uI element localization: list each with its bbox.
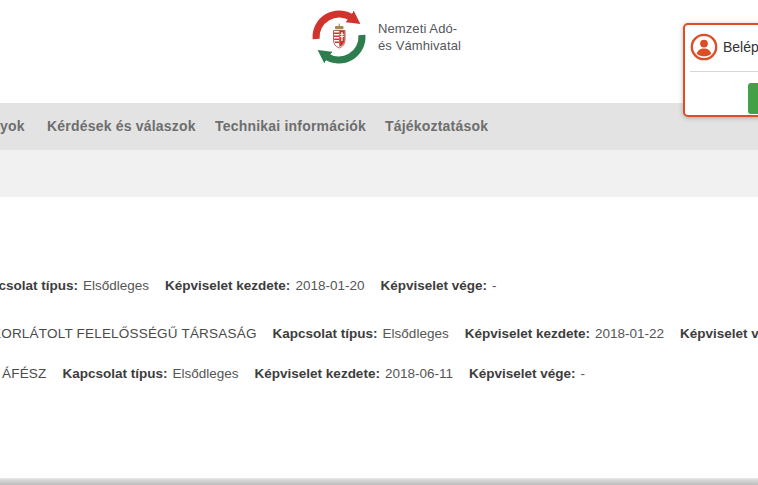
record-field-label: Kapcsolat típus: <box>0 278 78 293</box>
brand-name: Nemzeti Adó- és Vámhivatal <box>378 20 461 54</box>
record-field-label: Képviselet vége: <box>469 366 576 381</box>
record-field-value: 2018-06-11 <box>385 366 453 381</box>
brand-name-line1: Nemzeti Adó- <box>378 20 461 37</box>
content-header-band <box>0 150 758 197</box>
nav-item-kerdesek-es-valaszok[interactable]: Kérdések és válaszok <box>47 103 196 150</box>
login-button[interactable] <box>748 83 758 114</box>
user-icon <box>690 33 718 61</box>
record-field-value: - <box>581 366 586 381</box>
record-field-label: Kapcsolat típus: <box>273 326 378 341</box>
record-field-value: 2018-01-22 <box>595 326 664 341</box>
record-field-label: Képviselet kezdete: <box>255 366 380 381</box>
record-field-label: Kapcsolat típus: <box>63 366 168 381</box>
record-field-value: Elsődleges <box>173 366 239 381</box>
record-field-label: Képviselet kezdete: <box>165 278 290 293</box>
record-row: KORLÁTOLT FELELŐSSÉGŰ TÁRSASÁGKapcsolat … <box>0 326 758 341</box>
login-panel: Belépve <box>683 23 758 117</box>
login-divider <box>690 71 758 72</box>
record-field-label: Képviselet vége: <box>680 326 758 341</box>
record-field-value: - <box>492 278 497 293</box>
main-nav: yokKérdések és válaszokTechnikai informá… <box>0 103 758 150</box>
nav-item-tajekoztatasok[interactable]: Tájékoztatások <box>385 103 488 150</box>
record-company-name: KORLÁTOLT FELELŐSSÉGŰ TÁRSASÁG <box>0 326 257 341</box>
brand: Nemzeti Adó- és Vámhivatal <box>311 6 461 68</box>
record-company-name: ÁFÉSZ <box>2 366 47 381</box>
nav-logo-icon <box>311 6 367 68</box>
record-row: ÁFÉSZKapcsolat típus:ElsődlegesKépvisele… <box>2 366 601 381</box>
nav-item-clipped-left[interactable]: yok <box>0 103 25 150</box>
record-field-value: 2018-01-20 <box>295 278 364 293</box>
horizontal-scrollbar[interactable] <box>0 478 758 485</box>
record-field-value: Elsődleges <box>83 278 149 293</box>
brand-name-line2: és Vámhivatal <box>378 37 461 54</box>
record-field-value: Elsődleges <box>383 326 449 341</box>
login-status-label: Belépve <box>723 39 758 55</box>
record-row: Kapcsolat típus:ElsődlegesKépviselet kez… <box>0 278 513 293</box>
nav-item-technikai-informaciok[interactable]: Technikai információk <box>215 103 366 150</box>
record-field-label: Képviselet vége: <box>380 278 487 293</box>
record-field-label: Képviselet kezdete: <box>465 326 590 341</box>
